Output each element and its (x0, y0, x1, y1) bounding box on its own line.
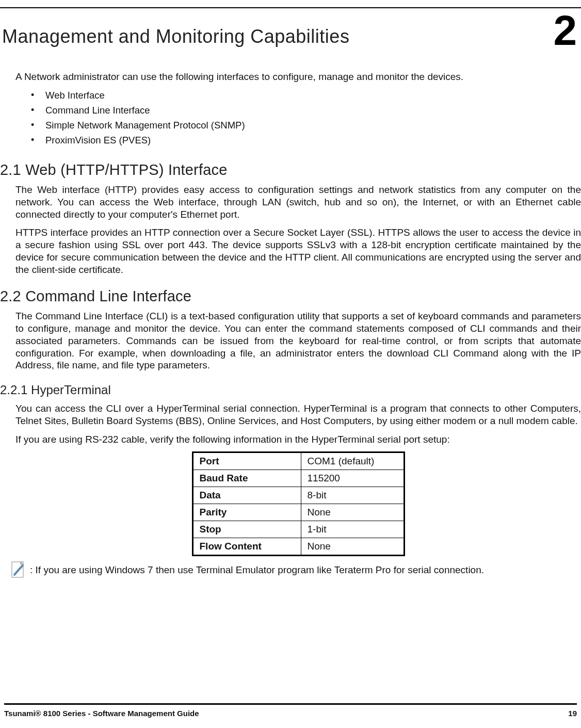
table-row: Parity None (192, 504, 404, 521)
section-heading-2-1: 2.1 Web (HTTP/HTTPS) Interface (0, 161, 581, 179)
chapter-number: 2 (553, 15, 577, 45)
intro-paragraph: A Network administrator can use the foll… (15, 71, 581, 83)
table-row: Stop 1-bit (192, 521, 404, 538)
footer-rule (4, 703, 577, 705)
list-item: Web Interface (31, 90, 581, 101)
table-key: Port (192, 452, 301, 470)
table-key: Stop (192, 521, 301, 538)
table-key: Data (192, 487, 301, 504)
list-item: Command Line Interface (31, 105, 581, 116)
table-row: Port COM1 (default) (192, 452, 404, 470)
table-key: Parity (192, 504, 301, 521)
chapter-header: Management and Monitoring Capabilities 2 (0, 8, 581, 47)
footer-row: Tsunami® 8100 Series - Software Manageme… (4, 709, 577, 718)
subsection-heading-2-2-1: 2.2.1 HyperTerminal (0, 383, 581, 397)
body-paragraph: If you are using RS-232 cable, verify th… (15, 433, 581, 446)
table-row: Baud Rate 115200 (192, 470, 404, 487)
serial-port-table: Port COM1 (default) Baud Rate 115200 Dat… (192, 451, 405, 556)
body-paragraph: The Command Line Interface (CLI) is a te… (15, 310, 581, 371)
chapter-title: Management and Monitoring Capabilities (2, 26, 349, 47)
table-row: Flow Content None (192, 538, 404, 556)
footer-doc-title: Tsunami® 8100 Series - Software Manageme… (4, 709, 199, 718)
interfaces-list: Web Interface Command Line Interface Sim… (15, 90, 581, 146)
section-heading-2-2: 2.2 Command Line Interface (0, 288, 581, 305)
table-key: Flow Content (192, 538, 301, 556)
note-row: : If you are using Windows 7 then use Te… (10, 560, 581, 580)
table-key: Baud Rate (192, 470, 301, 487)
body-paragraph: You can access the CLI over a HyperTermi… (15, 402, 581, 427)
page-footer: Tsunami® 8100 Series - Software Manageme… (0, 703, 581, 718)
table-value: 1-bit (301, 521, 404, 538)
body-paragraph: HTTPS interface provides an HTTP connect… (15, 227, 581, 276)
table-value: COM1 (default) (301, 452, 404, 470)
footer-page-number: 19 (568, 709, 577, 718)
table-value: 8-bit (301, 487, 404, 504)
list-item: ProximVision ES (PVES) (31, 135, 581, 146)
table-row: Data 8-bit (192, 487, 404, 504)
table-value: None (301, 504, 404, 521)
note-text: : If you are using Windows 7 then use Te… (30, 564, 484, 576)
table-value: None (301, 538, 404, 556)
table-value: 115200 (301, 470, 404, 487)
note-icon (10, 560, 27, 580)
body-paragraph: The Web interface (HTTP) provides easy a… (15, 184, 581, 220)
content-area: A Network administrator can use the foll… (0, 71, 581, 580)
list-item: Simple Network Management Protocol (SNMP… (31, 120, 581, 131)
